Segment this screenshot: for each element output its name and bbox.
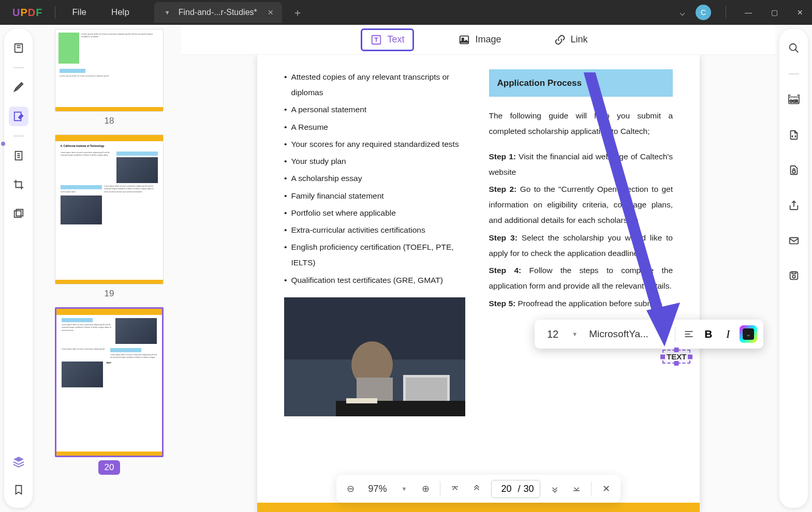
- current-page-field[interactable]: [498, 484, 514, 494]
- save-button[interactable]: [784, 266, 804, 285]
- convert-button[interactable]: [784, 125, 804, 145]
- resize-handle[interactable]: [688, 354, 692, 359]
- thumbnail-18[interactable]: Lorem ipsum dolor sit amet consectetur a…: [47, 29, 171, 130]
- divider: [726, 6, 726, 19]
- close-tab-icon[interactable]: ✕: [268, 8, 274, 17]
- zoom-in-button[interactable]: ⊕: [418, 481, 433, 496]
- document-page[interactable]: Attested copies of any relevant transcri…: [257, 55, 700, 512]
- font-size-value[interactable]: 12: [541, 328, 565, 340]
- svg-rect-13: [406, 378, 447, 403]
- tab-title: Find-and-...r-Studies*: [179, 8, 257, 17]
- bullet-item: A scholarship essay: [284, 171, 468, 186]
- bullet-item: Family financial statement: [284, 188, 468, 204]
- svg-text:OCR: OCR: [789, 99, 798, 103]
- font-size-dropdown[interactable]: ▼: [568, 331, 582, 337]
- reader-tool[interactable]: [9, 38, 28, 58]
- bullet-item: Portfolio set where applicable: [284, 205, 468, 221]
- bullet-item: A personal statement: [284, 102, 468, 117]
- svg-rect-19: [792, 171, 795, 173]
- step-item: Step 2: Go to the "Currently Open" secti…: [489, 182, 673, 229]
- italic-button[interactable]: I: [720, 326, 736, 342]
- ocr-button[interactable]: OCR: [784, 90, 804, 110]
- thumbnail-number: 19: [47, 284, 171, 303]
- bookmark-tool[interactable]: [9, 480, 28, 500]
- image-edit-button[interactable]: Image: [450, 30, 509, 50]
- last-page-button[interactable]: [569, 481, 584, 496]
- align-button[interactable]: [681, 326, 697, 342]
- svg-point-22: [792, 275, 795, 278]
- edit-tool[interactable]: [9, 107, 28, 126]
- divider: [55, 6, 55, 19]
- zoom-out-button[interactable]: ⊖: [344, 481, 358, 496]
- user-avatar[interactable]: C: [696, 5, 711, 20]
- page-separator: /: [518, 484, 520, 494]
- document-tab[interactable]: ▼ Find-and-...r-Studies* ✕: [154, 2, 282, 23]
- resize-handle[interactable]: [674, 348, 679, 352]
- new-tab-button[interactable]: ＋: [292, 6, 303, 20]
- section-intro: The following guide will help you submit…: [489, 108, 673, 139]
- bullet-item: Your study plan: [284, 154, 468, 169]
- tools-tool[interactable]: [9, 204, 28, 223]
- link-edit-button[interactable]: Link: [546, 30, 596, 50]
- menu-file[interactable]: File: [60, 7, 98, 18]
- text-icon: [371, 34, 382, 46]
- divider: [789, 73, 799, 74]
- font-name-dropdown[interactable]: ▼: [656, 331, 670, 337]
- first-page-button[interactable]: [448, 481, 462, 496]
- link-icon: [554, 34, 566, 46]
- close-nav-button[interactable]: ✕: [599, 481, 613, 496]
- close-button[interactable]: ✕: [792, 8, 808, 17]
- zoom-dropdown[interactable]: ▼: [397, 486, 411, 492]
- resize-handle[interactable]: [660, 354, 665, 359]
- document-image: [284, 297, 465, 416]
- divider: [13, 135, 24, 137]
- thumbnail-20[interactable]: Lorem ipsum dolor sit amet consectetur a…: [47, 307, 171, 478]
- text-label: Text: [387, 34, 404, 45]
- search-button[interactable]: [784, 38, 804, 58]
- page-input[interactable]: / 30: [491, 480, 540, 498]
- bullet-item: English proficiency certification (TOEFL…: [284, 239, 468, 270]
- bold-button[interactable]: B: [700, 326, 717, 342]
- next-page-button[interactable]: [548, 481, 562, 496]
- step-item: Step 1: Visit the financial aid webpage …: [489, 149, 673, 180]
- bullet-item: Qualification test certificates (GRE, GM…: [284, 273, 468, 288]
- step-item: Step 4: Follow the steps to complete the…: [489, 263, 673, 294]
- svg-rect-23: [792, 272, 795, 274]
- prev-page-button[interactable]: [469, 481, 484, 496]
- divider: [591, 481, 592, 496]
- email-button[interactable]: [784, 231, 804, 250]
- thumbnail-number: 18: [47, 112, 171, 130]
- chevron-down-icon[interactable]: ▼: [165, 9, 170, 16]
- layers-tool[interactable]: [9, 452, 28, 472]
- page-tool[interactable]: [9, 146, 28, 165]
- minimize-button[interactable]: —: [741, 8, 756, 17]
- link-label: Link: [571, 34, 588, 45]
- app-logo: UPDF: [4, 7, 51, 19]
- maximize-button[interactable]: ▢: [766, 8, 782, 17]
- thumbnail-19[interactable]: 6. California Institute of Technology Lo…: [47, 134, 171, 303]
- thumbnail-number: 20: [98, 460, 121, 475]
- share-button[interactable]: [784, 195, 804, 215]
- resize-handle[interactable]: [674, 361, 679, 366]
- edit-toolbar: Text Image Link: [182, 25, 775, 55]
- color-picker-button[interactable]: ⌵: [740, 325, 757, 343]
- divider: [440, 481, 440, 496]
- format-toolbar: 12 ▼ MicrosoftYa... ▼ B I ⌵: [535, 320, 763, 349]
- text-edit-box[interactable]: TEXT: [662, 350, 690, 364]
- step-item: Step 5: Proofread the application before…: [489, 296, 673, 311]
- crop-tool[interactable]: [9, 175, 28, 194]
- bullet-item: Attested copies of any relevant transcri…: [284, 69, 468, 100]
- chevron-down-icon[interactable]: ⌵: [680, 7, 685, 18]
- menu-help[interactable]: Help: [99, 7, 142, 18]
- text-edit-button[interactable]: Text: [361, 28, 414, 51]
- step-item: Step 3: Select the scholarship you would…: [489, 230, 673, 261]
- bullet-item: Extra-curricular activities certificatio…: [284, 222, 468, 238]
- svg-rect-20: [789, 238, 798, 244]
- font-name-value[interactable]: MicrosoftYa...: [585, 328, 653, 340]
- page-footer: [257, 503, 700, 512]
- left-toolbar: [4, 29, 33, 508]
- protect-button[interactable]: [784, 160, 804, 180]
- text-content: TEXT: [667, 352, 686, 361]
- total-pages: 30: [523, 484, 534, 494]
- comment-tool[interactable]: [9, 78, 28, 97]
